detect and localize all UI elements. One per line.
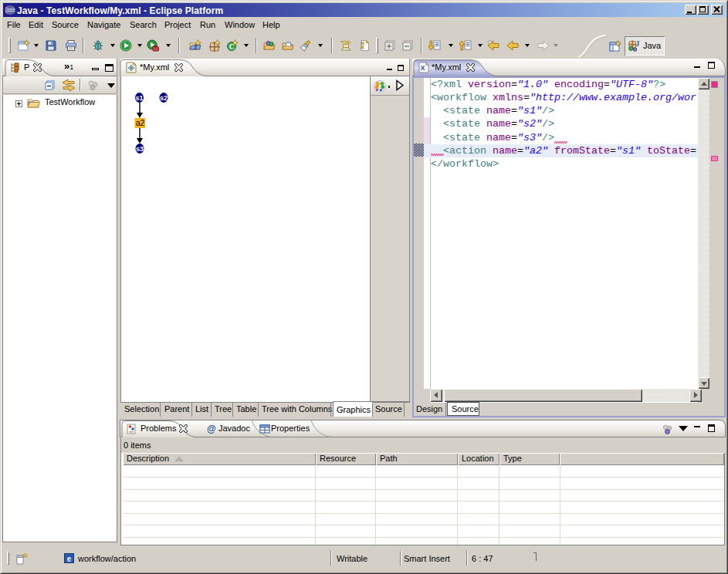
svg-text:s1: s1 bbox=[135, 94, 143, 102]
svg-text:J: J bbox=[636, 40, 640, 48]
svg-text:s3: s3 bbox=[136, 145, 144, 153]
svg-text:C: C bbox=[229, 43, 235, 51]
svg-text:a2: a2 bbox=[136, 118, 145, 127]
svg-text:X: X bbox=[421, 64, 425, 72]
svg-text:s2: s2 bbox=[160, 94, 168, 102]
svg-text:J: J bbox=[194, 44, 197, 51]
